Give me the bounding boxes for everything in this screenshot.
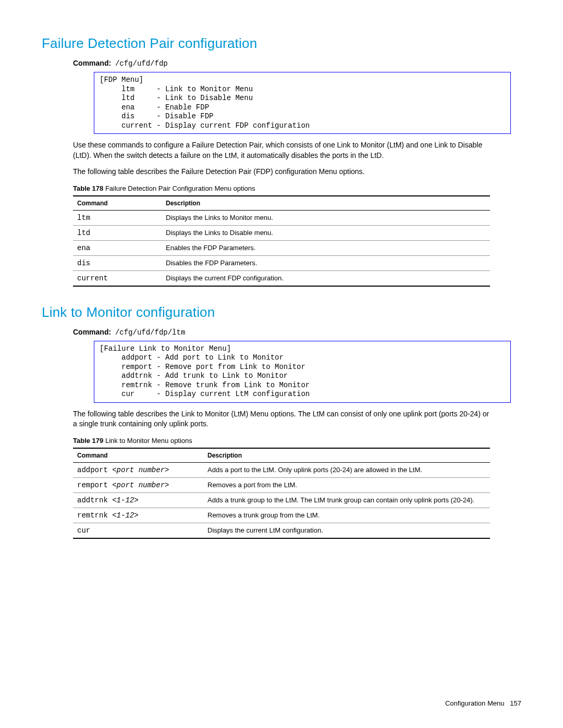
table-row: enaEnables the FDP Parameters.	[73, 240, 490, 255]
command-line: Command: /cfg/ufd/fdp	[73, 59, 521, 68]
options-table: CommandDescriptionaddport <port number>A…	[73, 448, 490, 539]
table-row: ltmDisplays the Links to Monitor menu.	[73, 210, 490, 225]
footer-section: Configuration Menu	[445, 699, 504, 707]
cell-command: current	[73, 270, 162, 286]
cell-description: Displays the current LtM configuration.	[203, 523, 490, 538]
cell-command: addport <port number>	[73, 462, 203, 477]
th-command: Command	[73, 196, 162, 211]
page-footer: Configuration Menu 157	[445, 699, 521, 707]
code-block: [Failure Link to Monitor Menu] addport -…	[94, 341, 511, 403]
table-caption: Table 179 Link to Monitor Menu options	[73, 437, 521, 445]
table-caption: Table 178 Failure Detection Pair Configu…	[73, 184, 521, 192]
cell-command: cur	[73, 523, 203, 538]
table-row: remtrnk <1-12>Removes a trunk group from…	[73, 508, 490, 523]
cell-command: dis	[73, 255, 162, 270]
command-label: Command:	[73, 328, 111, 336]
table-row: disDisables the FDP Parameters.	[73, 255, 490, 270]
cell-command: ltm	[73, 210, 162, 225]
cell-description: Adds a port to the LtM. Only uplink port…	[203, 462, 490, 477]
th-description: Description	[162, 196, 490, 211]
cell-description: Removes a port from the LtM.	[203, 477, 490, 492]
table-caption-text: Failure Detection Pair Configuration Men…	[103, 184, 255, 192]
cell-command: ena	[73, 240, 162, 255]
table-row: currentDisplays the current FDP configur…	[73, 270, 490, 286]
footer-page-num: 157	[510, 699, 521, 707]
options-table: CommandDescriptionltmDisplays the Links …	[73, 195, 490, 287]
cell-description: Removes a trunk group from the LtM.	[203, 508, 490, 523]
command-line: Command: /cfg/ufd/fdp/ltm	[73, 328, 521, 337]
table-row: addtrnk <1-12>Adds a trunk group to the …	[73, 492, 490, 508]
body-paragraph: The following table describes the Link t…	[73, 409, 490, 429]
cell-description: Displays the Links to Monitor menu.	[162, 210, 490, 225]
cell-command: remport <port number>	[73, 477, 203, 492]
body-paragraph: The following table describes the Failur…	[73, 167, 490, 177]
cell-description: Adds a trunk group to the LtM. The LtM t…	[203, 492, 490, 508]
command-label: Command:	[73, 59, 111, 67]
table-row: remport <port number>Removes a port from…	[73, 477, 490, 492]
table-row: addport <port number>Adds a port to the …	[73, 462, 490, 477]
cell-description: Displays the Links to Disable menu.	[162, 225, 490, 240]
cell-description: Displays the current FDP configuration.	[162, 270, 490, 286]
table-number: Table 179	[73, 437, 103, 445]
section-heading: Failure Detection Pair configuration	[42, 35, 521, 52]
cell-description: Disables the FDP Parameters.	[162, 255, 490, 270]
cell-command: ltd	[73, 225, 162, 240]
cell-command: addtrnk <1-12>	[73, 492, 203, 508]
section-heading: Link to Monitor configuration	[42, 304, 521, 320]
table-caption-text: Link to Monitor Menu options	[103, 437, 192, 445]
table-row: ltdDisplays the Links to Disable menu.	[73, 225, 490, 240]
command-value: /cfg/ufd/fdp	[115, 59, 168, 68]
table-row: curDisplays the current LtM configuratio…	[73, 523, 490, 538]
command-value: /cfg/ufd/fdp/ltm	[115, 328, 185, 337]
th-command: Command	[73, 448, 203, 463]
cell-description: Enables the FDP Parameters.	[162, 240, 490, 255]
cell-command: remtrnk <1-12>	[73, 508, 203, 523]
code-block: [FDP Menu] ltm - Link to Monitor Menu lt…	[94, 72, 511, 134]
th-description: Description	[203, 448, 490, 463]
body-paragraph: Use these commands to configure a Failur…	[73, 140, 490, 161]
table-number: Table 178	[73, 184, 103, 192]
